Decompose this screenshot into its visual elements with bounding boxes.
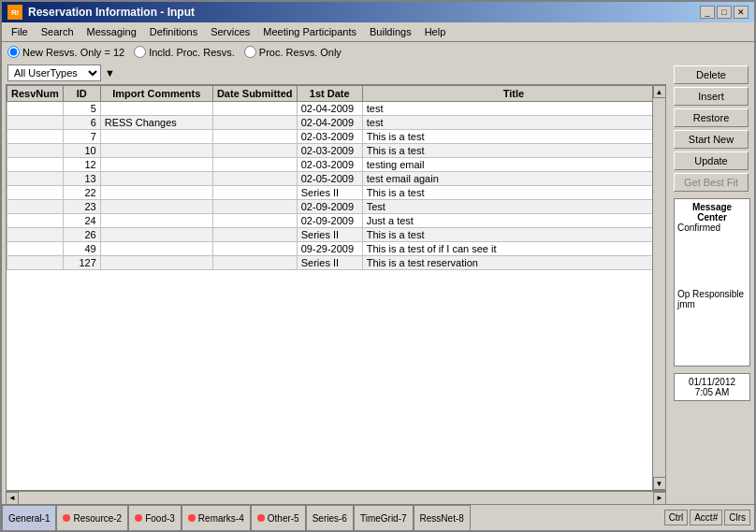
tab-dot-icon [135, 514, 142, 522]
app-icon: RI [7, 5, 22, 20]
table-row[interactable]: 2302-09-2009Test [7, 200, 665, 214]
update-button[interactable]: Update [674, 151, 749, 170]
datetime-box: 01/11/2012 7:05 AM [674, 373, 750, 401]
radio-new-resvs: New Resvs. Only = 12 [7, 46, 124, 58]
reservations-table-container: ResvNum ID Import Comments Date Submitte… [6, 84, 666, 491]
col-id: ID [63, 86, 100, 102]
tab-label: General-1 [8, 513, 50, 524]
message-op-responsible: Op Responsible jmm [677, 289, 747, 309]
bottom-bar: General-1Resource-2Food-3Remarks-4Other-… [2, 504, 754, 530]
menu-search[interactable]: Search [36, 24, 80, 39]
main-window: RI Reservation Information - Input _ □ ✕… [0, 0, 756, 532]
menu-messaging[interactable]: Messaging [81, 24, 142, 39]
dropdown-arrow-icon: ▼ [105, 67, 115, 79]
table-row[interactable]: 2402-09-2009Just a test [7, 214, 665, 228]
radio-new-label: New Resvs. Only = 12 [22, 47, 124, 58]
delete-button[interactable]: Delete [674, 65, 749, 84]
menu-file[interactable]: File [6, 24, 34, 39]
tab-label: Food-3 [145, 513, 175, 524]
menu-services[interactable]: Services [205, 24, 255, 39]
bottom-right-buttons: Ctrl Acct# Clrs [661, 505, 754, 530]
tab-label: RessNet-8 [420, 513, 464, 524]
menu-meeting-participants[interactable]: Meeting Participants [257, 24, 362, 39]
minimize-button[interactable]: _ [700, 6, 715, 19]
tab-label: Remarks-4 [198, 513, 244, 524]
vertical-scrollbar[interactable]: ▲ ▼ [652, 85, 665, 490]
window-title: Reservation Information - Input [28, 6, 195, 19]
time-display: 7:05 AM [677, 387, 747, 397]
get-best-fit-button: Get Best Fit [674, 173, 749, 192]
acct-button[interactable]: Acct# [690, 510, 722, 525]
menu-bar: File Search Messaging Definitions Servic… [2, 22, 754, 42]
message-center-label: Message Center [677, 202, 747, 223]
tab-label: Other-5 [268, 513, 299, 524]
filter-bar: All UserTypes Type 1 Type 2 ▼ [2, 62, 670, 84]
tab-food-3[interactable]: Food-3 [128, 505, 182, 530]
start-new-button[interactable]: Start New [674, 130, 749, 149]
scroll-down-button[interactable]: ▼ [653, 477, 666, 490]
tab-ressnet-8[interactable]: RessNet-8 [414, 505, 471, 530]
horizontal-scrollbar[interactable]: ◄ ► [6, 491, 666, 504]
scroll-right-button[interactable]: ► [653, 492, 666, 505]
menu-help[interactable]: Help [419, 24, 452, 39]
ctrl-button[interactable]: Ctrl [664, 510, 689, 525]
radio-proc-label: Proc. Resvs. Only [259, 47, 342, 58]
radio-incl-input[interactable] [134, 46, 146, 58]
table-row[interactable]: 4909-29-2009This is a test of if I can s… [7, 242, 665, 256]
right-panel: Delete Insert Restore Start New Update G… [670, 62, 754, 504]
tab-resource-2[interactable]: Resource-2 [56, 505, 128, 530]
tab-dot-icon [257, 514, 265, 522]
reservations-table: ResvNum ID Import Comments Date Submitte… [7, 85, 665, 270]
table-row[interactable]: 502-04-2009test [7, 102, 665, 116]
message-confirmed: Confirmed [677, 223, 747, 233]
radio-new-input[interactable] [7, 46, 20, 58]
scroll-track[interactable] [653, 98, 665, 477]
radio-incl-proc: Incld. Proc. Resvs. [134, 46, 235, 58]
close-button[interactable]: ✕ [734, 6, 749, 19]
table-row[interactable]: 702-03-2009This is a test [7, 130, 665, 144]
table-row[interactable]: 6RESS Changes02-04-2009test [7, 116, 665, 130]
main-panel: All UserTypes Type 1 Type 2 ▼ ResvNum ID… [2, 62, 670, 504]
scroll-up-button[interactable]: ▲ [653, 85, 666, 98]
radio-proc-only: Proc. Resvs. Only [244, 46, 342, 58]
table-row[interactable]: 127Series IIThis is a test reservation [7, 256, 665, 270]
maximize-button[interactable]: □ [717, 6, 732, 19]
clrs-button[interactable]: Clrs [724, 510, 750, 525]
tab-dot-icon [63, 514, 70, 522]
tab-label: Series-6 [313, 513, 347, 524]
date-display: 01/11/2012 [677, 377, 747, 387]
tab-remarks-4[interactable]: Remarks-4 [182, 505, 251, 530]
menu-buildings[interactable]: Buildings [364, 24, 417, 39]
col-resvnum: ResvNum [7, 86, 64, 102]
hscroll-track[interactable] [19, 495, 653, 502]
tab-bar: General-1Resource-2Food-3Remarks-4Other-… [2, 505, 661, 530]
title-bar: RI Reservation Information - Input _ □ ✕ [2, 2, 754, 22]
col-import-comments: Import Comments [100, 86, 212, 102]
message-center-box: Message Center Confirmed Op Responsible … [674, 198, 750, 367]
col-date-submitted: Date Submitted [212, 86, 297, 102]
toolbar: New Resvs. Only = 12 Incld. Proc. Resvs.… [2, 42, 754, 62]
user-type-select[interactable]: All UserTypes Type 1 Type 2 [7, 65, 101, 81]
table-row[interactable]: 1302-05-2009test email again [7, 172, 665, 186]
tab-general-1[interactable]: General-1 [2, 505, 56, 530]
scroll-left-button[interactable]: ◄ [6, 492, 19, 505]
tab-series-6[interactable]: Series-6 [306, 505, 354, 530]
radio-proc-input[interactable] [244, 46, 256, 58]
content-area: All UserTypes Type 1 Type 2 ▼ ResvNum ID… [2, 62, 754, 504]
table-row[interactable]: 22Series IIThis is a test [7, 186, 665, 200]
col-title: Title [362, 86, 664, 102]
table-row[interactable]: 1002-03-2009This is a test [7, 144, 665, 158]
tab-timegrid-7[interactable]: TimeGrid-7 [354, 505, 414, 530]
tab-label: Resource-2 [73, 513, 122, 524]
tab-label: TimeGrid-7 [360, 513, 407, 524]
table-row[interactable]: 1202-03-2009testing email [7, 158, 665, 172]
menu-definitions[interactable]: Definitions [144, 24, 203, 39]
col-first-date: 1st Date [297, 86, 362, 102]
restore-button[interactable]: Restore [674, 108, 749, 127]
table-row[interactable]: 26Series IIThis is a test [7, 228, 665, 242]
tab-other-5[interactable]: Other-5 [251, 505, 306, 530]
insert-button[interactable]: Insert [674, 87, 749, 106]
radio-incl-label: Incld. Proc. Resvs. [149, 47, 235, 58]
tab-dot-icon [188, 514, 196, 522]
